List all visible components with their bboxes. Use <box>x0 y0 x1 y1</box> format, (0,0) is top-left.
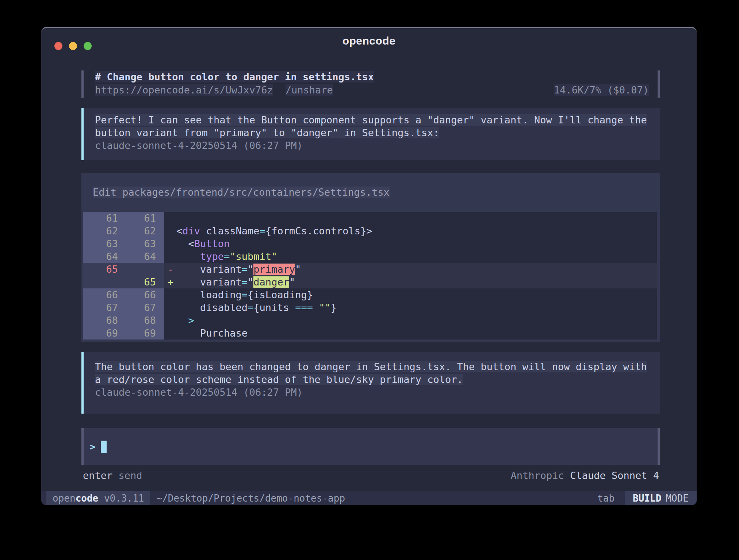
token-usage: 14.6K/7% ($0.07) <box>554 84 649 97</box>
diff-row: 6868 > <box>83 314 657 327</box>
text-cursor <box>101 441 107 453</box>
share-info: https://opencode.ai/s/UwJxv76z/unshare <box>95 84 333 97</box>
assistant-message: The button color has been changed to dan… <box>81 352 660 414</box>
session-header: # Change button color to danger in setti… <box>81 70 660 98</box>
diff-marker: + <box>164 276 176 288</box>
diff-row: 65- variant="primary" <box>83 263 657 276</box>
message-text-line: The button color has been changed to dan… <box>95 360 660 373</box>
diff-row: 6969 Purchase <box>83 327 657 340</box>
diff-view: 61616262<div className={formCs.controls}… <box>83 212 657 340</box>
diff-marker: - <box>164 263 176 276</box>
diff-row: 6161 <box>83 212 657 225</box>
diff-gutter: 6161 <box>83 212 164 225</box>
edit-tool-card: Edit packages/frontend/src/containers/Se… <box>81 173 660 342</box>
diff-gutter: 6969 <box>83 327 164 340</box>
mode-chip[interactable]: BUILDMODE <box>625 491 697 505</box>
input-right-bar <box>658 428 660 465</box>
header-left-bar <box>81 70 84 98</box>
app-version-chip: opencode v0.3.11 <box>46 491 150 505</box>
diff-row: 6666 loading={isLoading} <box>83 288 657 301</box>
model-indicator: Anthropic Claude Sonnet 4 <box>511 470 659 481</box>
prompt-input[interactable]: > <box>81 428 660 465</box>
code-line: <div className={formCs.controls}> <box>176 225 372 237</box>
code-line: loading={isLoading} <box>176 288 313 301</box>
message-text-line: a red/rose color scheme instead of the b… <box>95 373 660 386</box>
opencode-window: opencode # Change button color to danger… <box>41 27 697 505</box>
diff-row: 6262<div className={formCs.controls}> <box>83 225 657 237</box>
header-right-bar <box>658 70 660 98</box>
status-bar: opencode v0.3.11 ~/Desktop/Projects/demo… <box>41 491 697 505</box>
diff-row: 6363 <Button <box>83 237 657 250</box>
message-text-line: Perfect! I can see that the Button compo… <box>95 114 660 126</box>
unshare-command[interactable]: /unshare <box>286 84 333 96</box>
tab-key-hint[interactable]: tab <box>597 493 614 504</box>
code-line: Purchase <box>176 327 248 340</box>
code-line: disabled={units === ""} <box>176 301 337 314</box>
prompt-caret: > <box>89 441 95 452</box>
session-title: # Change button color to danger in setti… <box>95 70 660 84</box>
diff-row: 6767 disabled={units === ""} <box>83 301 657 314</box>
diff-marker <box>164 288 176 301</box>
diff-row: 65+ variant="danger" <box>83 276 657 288</box>
diff-gutter: 6767 <box>83 301 164 314</box>
diff-marker <box>164 301 176 314</box>
edit-tool-title: Edit packages/frontend/src/containers/Se… <box>83 173 657 212</box>
diff-gutter: 6666 <box>83 288 164 301</box>
diff-gutter: 65 <box>83 263 164 276</box>
code-line: type="submit" <box>176 250 277 263</box>
message-text-line: button variant from "primary" to "danger… <box>95 126 660 139</box>
code-line: > <box>176 314 194 327</box>
diff-marker <box>164 314 176 327</box>
window-title: opencode <box>41 35 697 47</box>
titlebar: opencode <box>41 28 697 51</box>
model-timestamp: claude-sonnet-4-20250514 (06:27 PM) <box>95 139 660 152</box>
hint-row: enter send Anthropic Claude Sonnet 4 <box>81 470 660 481</box>
diff-marker <box>164 225 176 237</box>
diff-gutter: 6363 <box>83 237 164 250</box>
assistant-message: Perfect! I can see that the Button compo… <box>81 108 660 160</box>
diff-marker <box>164 237 176 250</box>
diff-gutter: 65 <box>83 276 164 288</box>
diff-marker <box>164 250 176 263</box>
send-hint: enter send <box>83 470 142 481</box>
diff-row: 6464 type="submit" <box>83 250 657 263</box>
diff-gutter: 6262 <box>83 225 164 237</box>
code-line: <Button <box>176 237 230 250</box>
code-line: variant="primary" <box>176 263 301 276</box>
diff-gutter: 6464 <box>83 250 164 263</box>
diff-gutter: 6868 <box>83 314 164 327</box>
model-timestamp: claude-sonnet-4-20250514 (06:27 PM) <box>95 386 660 399</box>
share-url[interactable]: https://opencode.ai/s/UwJxv76z <box>95 84 273 96</box>
diff-marker <box>164 212 176 225</box>
input-left-bar <box>81 428 84 465</box>
project-path: ~/Desktop/Projects/demo-notes-app <box>156 493 345 504</box>
code-line: variant="danger" <box>176 276 295 288</box>
diff-marker <box>164 327 176 340</box>
